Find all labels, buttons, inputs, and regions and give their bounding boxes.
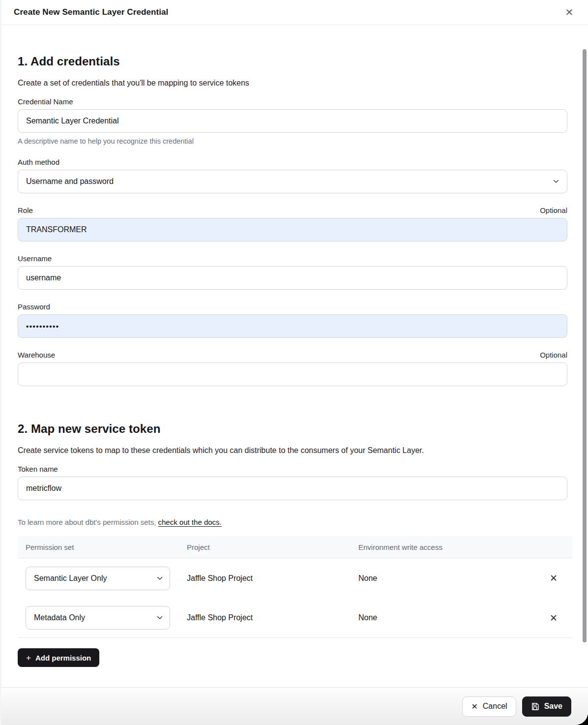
add-permission-label: Add permission xyxy=(35,654,91,662)
remove-row-button[interactable]: ✕ xyxy=(545,609,562,627)
docs-line: To learn more about dbt's permission set… xyxy=(18,518,567,526)
section1-description: Create a set of credentials that you'll … xyxy=(18,79,567,88)
auth-method-select[interactable]: Username and password xyxy=(18,170,567,193)
password-field-group: Password xyxy=(18,302,567,338)
table-row: Semantic Layer Only Jaffle Shop Project … xyxy=(18,558,572,598)
warehouse-label: Warehouse xyxy=(18,351,55,359)
permissions-table-header: Permission set Project Environment write… xyxy=(18,536,572,558)
cancel-label: Cancel xyxy=(483,702,507,711)
column-header-env-write-access: Environment write access xyxy=(358,543,545,551)
section2-description: Create service tokens to map to these cr… xyxy=(18,446,567,455)
username-field-group: Username xyxy=(18,254,567,290)
credential-name-field-group: Credential Name A descriptive name to he… xyxy=(18,97,567,145)
env-write-access-cell: None xyxy=(358,574,545,583)
cancel-x-icon: ✕ xyxy=(471,702,477,711)
credential-name-label: Credential Name xyxy=(18,97,73,106)
warehouse-input[interactable] xyxy=(18,362,567,386)
warehouse-optional-tag: Optional xyxy=(540,351,567,359)
plus-icon: + xyxy=(26,654,31,662)
docs-link[interactable]: check out the docs. xyxy=(158,518,222,526)
save-button[interactable]: Save xyxy=(522,696,571,717)
password-label: Password xyxy=(18,302,50,311)
modal-header: Create New Semantic Layer Credential ✕ xyxy=(1,0,588,25)
column-header-permission-set: Permission set xyxy=(26,543,187,551)
x-icon: ✕ xyxy=(550,573,558,584)
username-input[interactable] xyxy=(18,266,567,290)
permission-set-select[interactable]: Metadata Only xyxy=(26,606,170,630)
save-floppy-icon xyxy=(531,702,539,711)
env-write-access-cell: None xyxy=(358,613,545,622)
create-credential-modal: Create New Semantic Layer Credential ✕ 1… xyxy=(0,0,588,725)
add-permission-button[interactable]: + Add permission xyxy=(18,648,99,667)
project-cell: Jaffle Shop Project xyxy=(187,613,358,622)
cancel-button[interactable]: ✕ Cancel xyxy=(462,696,516,717)
section2-heading: 2. Map new service token xyxy=(18,422,567,436)
table-row: Metadata Only Jaffle Shop Project None ✕ xyxy=(18,598,572,638)
docs-line-text: To learn more about dbt's permission set… xyxy=(18,518,158,526)
token-name-field-group: Token name xyxy=(18,465,567,500)
close-icon: ✕ xyxy=(565,6,574,18)
password-input[interactable] xyxy=(18,314,567,338)
chevron-down-icon xyxy=(157,616,163,620)
credential-name-helper: A descriptive name to help you recognize… xyxy=(18,137,567,145)
auth-method-field-group: Auth method Username and password xyxy=(18,158,567,193)
role-input[interactable] xyxy=(18,218,567,242)
modal-body: 1. Add credentials Create a set of crede… xyxy=(1,25,588,667)
username-label: Username xyxy=(18,254,52,263)
column-header-project: Project xyxy=(187,543,358,551)
auth-method-selected-value: Username and password xyxy=(26,177,114,186)
warehouse-field-group: Warehouse Optional xyxy=(18,351,567,386)
section1-heading: 1. Add credentials xyxy=(18,55,567,68)
role-optional-tag: Optional xyxy=(540,206,567,214)
token-name-label: Token name xyxy=(18,465,58,473)
close-button[interactable]: ✕ xyxy=(561,4,577,20)
modal-footer: ✕ Cancel Save xyxy=(1,687,588,725)
chevron-down-icon xyxy=(157,576,163,580)
credential-name-input[interactable] xyxy=(18,109,567,133)
permission-set-select[interactable]: Semantic Layer Only xyxy=(26,567,170,590)
auth-method-label: Auth method xyxy=(18,158,59,166)
save-label: Save xyxy=(544,702,562,711)
chevron-down-icon xyxy=(553,180,559,183)
project-cell: Jaffle Shop Project xyxy=(187,574,358,583)
permission-set-selected-value: Semantic Layer Only xyxy=(34,574,107,583)
modal-title: Create New Semantic Layer Credential xyxy=(14,7,168,17)
x-icon: ✕ xyxy=(550,612,558,624)
permissions-table: Permission set Project Environment write… xyxy=(18,536,572,638)
token-name-input[interactable] xyxy=(18,477,567,500)
role-label: Role xyxy=(18,206,33,214)
remove-row-button[interactable]: ✕ xyxy=(545,570,562,587)
role-field-group: Role Optional xyxy=(18,206,567,242)
permission-set-selected-value: Metadata Only xyxy=(34,613,85,622)
scrollbar[interactable] xyxy=(583,49,587,642)
